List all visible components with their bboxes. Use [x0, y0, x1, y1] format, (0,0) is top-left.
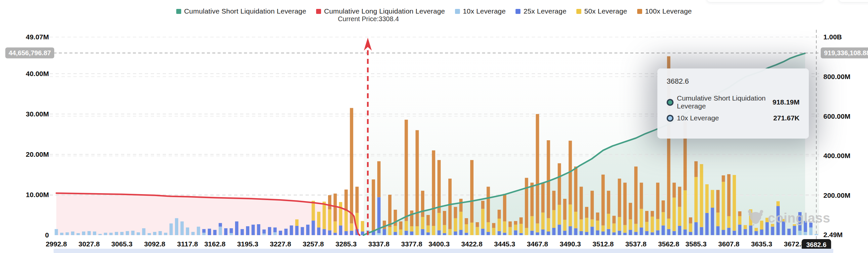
- bar-segment[interactable]: [498, 210, 501, 219]
- bar-segment[interactable]: [311, 221, 315, 235]
- bar-segment[interactable]: [667, 219, 670, 229]
- bar-segment[interactable]: [427, 232, 430, 235]
- bar-segment[interactable]: [634, 167, 638, 224]
- bar-segment[interactable]: [350, 231, 353, 235]
- bar-segment[interactable]: [465, 218, 468, 224]
- bar-segment[interactable]: [339, 202, 342, 226]
- bar-segment[interactable]: [257, 224, 260, 235]
- bar-segment[interactable]: [437, 230, 441, 235]
- bar-segment[interactable]: [651, 211, 654, 217]
- bar-segment[interactable]: [110, 233, 113, 235]
- bar-segment[interactable]: [405, 221, 408, 230]
- bar-segment[interactable]: [612, 224, 616, 232]
- bar-segment[interactable]: [716, 226, 719, 235]
- bar-segment[interactable]: [574, 167, 577, 212]
- bar-segment[interactable]: [601, 231, 605, 235]
- bar-segment[interactable]: [164, 233, 167, 235]
- bar-segment[interactable]: [498, 231, 501, 235]
- bar-segment[interactable]: [738, 216, 741, 225]
- bar-segment[interactable]: [311, 201, 315, 221]
- bar-segment[interactable]: [634, 232, 638, 235]
- bar-segment[interactable]: [607, 229, 610, 235]
- bar-segment[interactable]: [229, 228, 233, 233]
- bar-segment[interactable]: [738, 211, 741, 216]
- bar-segment[interactable]: [601, 175, 605, 226]
- datazoom-slider[interactable]: [54, 249, 833, 253]
- bar-segment[interactable]: [694, 177, 698, 222]
- bar-segment[interactable]: [607, 214, 610, 229]
- bar-segment[interactable]: [421, 191, 424, 217]
- bar-segment[interactable]: [651, 217, 654, 232]
- bar-segment[interactable]: [683, 229, 687, 235]
- bar-segment[interactable]: [678, 226, 681, 235]
- bar-segment[interactable]: [158, 231, 162, 235]
- bar-segment[interactable]: [274, 232, 277, 235]
- bar-segment[interactable]: [98, 234, 102, 235]
- bar-segment[interactable]: [552, 228, 556, 235]
- bar-segment[interactable]: [667, 229, 670, 235]
- bar-segment[interactable]: [328, 230, 331, 235]
- bar-segment[interactable]: [126, 231, 129, 235]
- bar-segment[interactable]: [405, 231, 408, 235]
- bar-segment[interactable]: [651, 232, 654, 235]
- bar-segment[interactable]: [454, 207, 457, 218]
- bar-segment[interactable]: [623, 225, 627, 233]
- bar-segment[interactable]: [574, 228, 577, 235]
- bar-segment[interactable]: [618, 217, 621, 231]
- bar-segment[interactable]: [787, 229, 790, 235]
- bar-segment[interactable]: [678, 207, 681, 226]
- bar-segment[interactable]: [558, 163, 561, 205]
- bar-segment[interactable]: [514, 221, 517, 225]
- bar-segment[interactable]: [235, 222, 239, 235]
- bar-segment[interactable]: [547, 218, 550, 231]
- bar-segment[interactable]: [656, 183, 659, 219]
- bar-segment[interactable]: [345, 231, 348, 235]
- bar-segment[interactable]: [219, 226, 222, 235]
- bar-segment[interactable]: [508, 227, 512, 235]
- bar-segment[interactable]: [382, 221, 386, 229]
- bar-segment[interactable]: [569, 226, 572, 235]
- bar-segment[interactable]: [705, 213, 709, 235]
- bar-segment[interactable]: [476, 222, 479, 227]
- bar-segment[interactable]: [197, 226, 200, 235]
- bar-segment[interactable]: [481, 201, 485, 209]
- bar-segment[interactable]: [634, 224, 638, 232]
- bar-segment[interactable]: [295, 226, 299, 235]
- bar-segment[interactable]: [323, 202, 326, 229]
- bar-segment[interactable]: [328, 209, 331, 230]
- bar-segment[interactable]: [345, 190, 348, 211]
- bar-segment[interactable]: [306, 225, 310, 235]
- bar-segment[interactable]: [262, 233, 266, 235]
- bar-segment[interactable]: [76, 233, 80, 235]
- bar-segment[interactable]: [65, 232, 69, 235]
- bar-segment[interactable]: [683, 190, 687, 229]
- bar-segment[interactable]: [437, 160, 441, 213]
- bar-segment[interactable]: [224, 228, 227, 235]
- bar-segment[interactable]: [705, 184, 709, 213]
- bar-segment[interactable]: [596, 213, 599, 221]
- bar-segment[interactable]: [503, 233, 506, 235]
- bar-segment[interactable]: [454, 218, 457, 231]
- bar-segment[interactable]: [760, 229, 763, 235]
- bar-segment[interactable]: [191, 232, 195, 235]
- bar-segment[interactable]: [203, 229, 206, 233]
- bar-segment[interactable]: [382, 229, 386, 235]
- bar-segment[interactable]: [618, 179, 621, 217]
- bar-segment[interactable]: [514, 230, 517, 235]
- bar-segment[interactable]: [744, 229, 747, 235]
- bar-segment[interactable]: [640, 227, 643, 235]
- bar-segment[interactable]: [229, 233, 233, 235]
- bar-segment[interactable]: [186, 227, 189, 235]
- bar-segment[interactable]: [427, 215, 430, 226]
- bar-segment[interactable]: [421, 217, 424, 229]
- bar-segment[interactable]: [645, 222, 648, 231]
- bar-segment[interactable]: [536, 224, 539, 232]
- bar-segment[interactable]: [722, 230, 725, 235]
- bar-segment[interactable]: [711, 208, 714, 235]
- bar-segment[interactable]: [328, 195, 331, 209]
- bar-segment[interactable]: [727, 174, 731, 216]
- bar-segment[interactable]: [377, 233, 381, 235]
- bar-segment[interactable]: [694, 161, 698, 177]
- bar-segment[interactable]: [514, 225, 517, 230]
- bar-segment[interactable]: [629, 203, 632, 219]
